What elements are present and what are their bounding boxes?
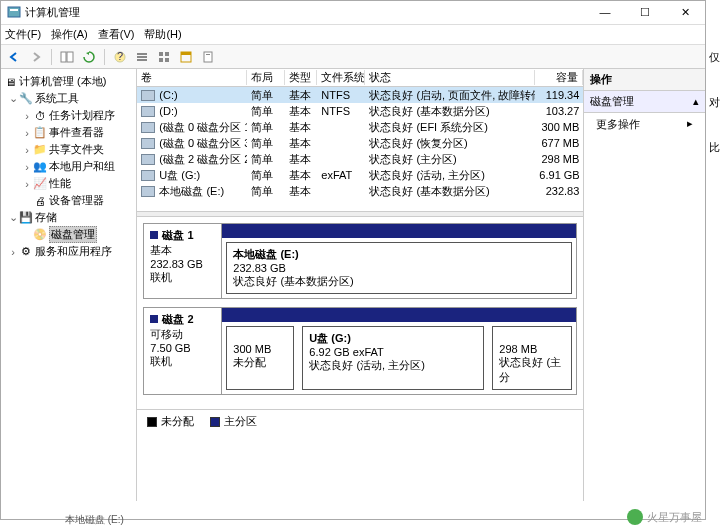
forward-icon[interactable]	[27, 48, 45, 66]
volume-row[interactable]: U盘 (G:)简单基本exFAT状态良好 (活动, 主分区)6.91 GB	[137, 167, 583, 183]
watermark: 火星万事屋	[627, 509, 702, 525]
disk-icon: 📀	[33, 228, 47, 241]
tree-device[interactable]: 设备管理器	[49, 193, 104, 208]
volume-row[interactable]: 本地磁盘 (E:)简单基本状态良好 (基本数据分区)232.83	[137, 183, 583, 199]
disk2-partition-g[interactable]: U盘 (G:) 6.92 GB exFAT 状态良好 (活动, 主分区)	[302, 326, 484, 390]
menu-file[interactable]: 文件(F)	[5, 27, 41, 42]
tree-share[interactable]: 共享文件夹	[49, 142, 104, 157]
drive-icon	[141, 154, 155, 165]
col-type[interactable]: 类型	[285, 70, 317, 85]
actions-more[interactable]: 更多操作▸	[584, 113, 705, 136]
list-icon[interactable]	[133, 48, 151, 66]
collapse-icon[interactable]: ⌄	[7, 211, 19, 224]
volume-list-header: 卷 布局 类型 文件系统 状态 容量	[137, 69, 583, 87]
tree-storage[interactable]: 存储	[35, 210, 57, 225]
grid-icon[interactable]	[155, 48, 173, 66]
tree-event[interactable]: 事件查看器	[49, 125, 104, 140]
perf-icon: 📈	[33, 177, 47, 190]
collapse-icon[interactable]: ▴	[693, 95, 699, 108]
task-icon: ⏱	[33, 110, 47, 122]
disk1-partition-e[interactable]: 本地磁盘 (E:) 232.83 GB 状态良好 (基本数据分区)	[226, 242, 572, 294]
views-icon[interactable]	[58, 48, 76, 66]
detail-icon[interactable]	[177, 48, 195, 66]
svg-rect-2	[61, 52, 66, 62]
part-status: 未分配	[233, 355, 287, 370]
svg-rect-15	[204, 52, 212, 62]
close-button[interactable]: ✕	[671, 6, 699, 19]
svg-rect-7	[137, 56, 147, 58]
svg-rect-3	[67, 52, 73, 62]
refresh-icon[interactable]	[80, 48, 98, 66]
volume-row[interactable]: (磁盘 0 磁盘分区 3)简单基本状态良好 (恢复分区)677 MB	[137, 135, 583, 151]
tree-root[interactable]: 计算机管理 (本地)	[19, 74, 106, 89]
storage-icon: 💾	[19, 211, 33, 224]
expand-icon[interactable]: ›	[21, 110, 33, 122]
actions-more-label: 更多操作	[596, 118, 640, 130]
drive-icon	[141, 122, 155, 133]
disk2-bar	[222, 308, 576, 322]
expand-icon[interactable]: ›	[21, 144, 33, 156]
disk-indicator-icon	[150, 315, 158, 323]
device-icon: 🖨	[33, 195, 47, 207]
share-icon: 📁	[33, 143, 47, 156]
volume-row[interactable]: (磁盘 2 磁盘分区 2)简单基本状态良好 (主分区)298 MB	[137, 151, 583, 167]
drive-icon	[141, 90, 155, 101]
menu-help[interactable]: 帮助(H)	[144, 27, 181, 42]
svg-rect-12	[165, 58, 169, 62]
disk1-bar	[222, 224, 576, 238]
col-status[interactable]: 状态	[365, 70, 535, 85]
part-status: 状态良好 (基本数据分区)	[233, 274, 565, 289]
nav-tree: 🖥计算机管理 (本地) ⌄🔧系统工具 ›⏱任务计划程序 ›📋事件查看器 ›📁共享…	[1, 69, 137, 501]
back-icon[interactable]	[5, 48, 23, 66]
disk2-partition-1[interactable]: 300 MB 未分配	[226, 326, 294, 390]
services-icon: ⚙	[19, 245, 33, 258]
collapse-icon[interactable]: ⌄	[7, 92, 19, 105]
tree-perf[interactable]: 性能	[49, 176, 71, 191]
tree-systools[interactable]: 系统工具	[35, 91, 79, 106]
actions-pane: 操作 磁盘管理▴ 更多操作▸	[584, 69, 705, 501]
actions-section-label: 磁盘管理	[590, 94, 634, 109]
svg-rect-9	[159, 52, 163, 56]
disk2-partition-3[interactable]: 298 MB 状态良好 (主分	[492, 326, 572, 390]
help-icon[interactable]: ?	[111, 48, 129, 66]
expand-icon[interactable]: ›	[21, 127, 33, 139]
menu-view[interactable]: 查看(V)	[98, 27, 135, 42]
external-side-text: 仅 对 比	[706, 0, 722, 527]
tree-users[interactable]: 本地用户和组	[49, 159, 115, 174]
tree-diskmgmt[interactable]: 磁盘管理	[49, 226, 97, 243]
col-volume[interactable]: 卷	[137, 70, 247, 85]
col-cap[interactable]: 容量	[535, 70, 583, 85]
expand-icon[interactable]: ›	[7, 246, 19, 258]
svg-text:?: ?	[117, 51, 123, 62]
disk1-name: 磁盘 1	[162, 229, 193, 241]
tree-task[interactable]: 任务计划程序	[49, 108, 115, 123]
tree-services[interactable]: 服务和应用程序	[35, 244, 112, 259]
drive-icon	[141, 186, 155, 197]
menu-action[interactable]: 操作(A)	[51, 27, 88, 42]
props-icon[interactable]	[199, 48, 217, 66]
part-size: 300 MB	[233, 343, 287, 355]
volume-row[interactable]: (D:)简单基本NTFS状态良好 (基本数据分区)103.27	[137, 103, 583, 119]
expand-icon[interactable]: ›	[21, 161, 33, 173]
actions-header: 操作	[584, 69, 705, 91]
svg-rect-1	[10, 9, 18, 11]
volume-row[interactable]: (C:)简单基本NTFS状态良好 (启动, 页面文件, 故障转储, 基本数据分区…	[137, 87, 583, 103]
disk2-kind: 可移动	[150, 327, 215, 342]
expand-icon[interactable]: ›	[21, 178, 33, 190]
part-title: U盘 (G:)	[309, 331, 477, 346]
folder-icon: 🔧	[19, 92, 33, 105]
disk-2-block: 磁盘 2 可移动 7.50 GB 联机 300 MB 未分配	[143, 307, 577, 395]
watermark-text: 火星万事屋	[647, 510, 702, 525]
svg-rect-0	[8, 7, 20, 17]
col-layout[interactable]: 布局	[247, 70, 285, 85]
actions-section[interactable]: 磁盘管理▴	[584, 91, 705, 113]
col-fs[interactable]: 文件系统	[317, 70, 365, 85]
volume-row[interactable]: (磁盘 0 磁盘分区 1)简单基本状态良好 (EFI 系统分区)300 MB	[137, 119, 583, 135]
minimize-button[interactable]: —	[591, 6, 619, 19]
drive-icon	[141, 170, 155, 181]
bottom-fragment: 本地磁盘 (E:)	[65, 513, 124, 527]
wechat-icon	[627, 509, 643, 525]
part-status: 状态良好 (主分	[499, 355, 565, 385]
app-icon	[7, 6, 21, 20]
maximize-button[interactable]: ☐	[631, 6, 659, 19]
